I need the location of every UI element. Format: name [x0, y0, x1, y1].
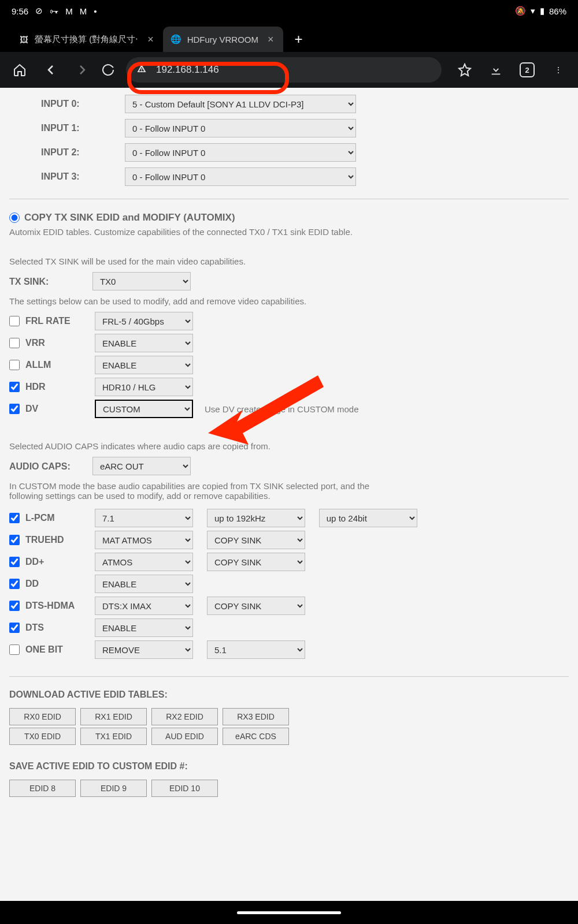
dtshdma-sel2[interactable]: COPY SINK — [207, 597, 305, 615]
aud-edid-button[interactable]: AUD EDID — [151, 728, 218, 745]
onebit-check[interactable] — [9, 644, 20, 655]
truehd-check[interactable] — [9, 535, 20, 545]
tab-1[interactable]: 🌐 HDFury VRROOM × — [163, 27, 283, 52]
tx1-edid-button[interactable]: TX1 EDID — [80, 728, 147, 745]
bookmark-button[interactable] — [451, 56, 479, 84]
audio-caps-select[interactable]: eARC OUT — [92, 457, 191, 475]
hdr-check[interactable] — [9, 382, 20, 392]
browser-toolbar: 192.168.1.146 2 ⋮ — [0, 52, 578, 88]
automix-radio[interactable] — [9, 213, 20, 223]
ddp-check[interactable] — [9, 557, 20, 567]
favicon-icon: 🖼 — [18, 34, 29, 44]
lpcm-sel3[interactable]: up to 24bit — [319, 509, 417, 527]
automix-radio-row[interactable]: COPY TX SINK EDID and MODIFY (AUTOMIX) — [9, 212, 569, 223]
download-button[interactable] — [482, 56, 510, 84]
onebit-sel2[interactable]: 5.1 — [207, 640, 305, 659]
dv-label: DV — [25, 404, 89, 414]
dtshdma-label: DTS-HDMA — [25, 601, 89, 611]
forward-button[interactable] — [68, 56, 96, 84]
automix-desc: Automix EDID tables. Customize capabilit… — [9, 227, 569, 237]
mute-icon: 🔕 — [515, 6, 526, 16]
tab-strip: 🖼 螢幕尺寸換算 (對角線尺寸‧ × 🌐 HDFury VRROOM × + — [0, 22, 578, 52]
allm-check[interactable] — [9, 360, 20, 370]
dts-sel1[interactable]: ENABLE — [95, 619, 193, 637]
home-button[interactable] — [6, 56, 34, 84]
tab-0[interactable]: 🖼 螢幕尺寸換算 (對角線尺寸‧ × — [10, 27, 163, 52]
truehd-label: TRUEHD — [25, 535, 89, 545]
input2-label: INPUT 2: — [9, 147, 125, 158]
audio-note1: Selected AUDIO CAPS indicates where audi… — [9, 441, 569, 451]
lpcm-check[interactable] — [9, 513, 20, 523]
new-tab-button[interactable]: + — [283, 27, 314, 52]
input2-select[interactable]: 0 - Follow INPUT 0 — [125, 143, 356, 162]
frl-select[interactable]: FRL-5 / 40Gbps — [95, 312, 193, 330]
dv-check[interactable] — [9, 404, 20, 414]
refresh-button[interactable] — [99, 56, 117, 84]
vrr-select[interactable]: ENABLE — [95, 334, 193, 352]
dv-select[interactable]: CUSTOM — [95, 400, 193, 418]
mod-note: The settings below can be used to modify… — [9, 296, 569, 306]
close-icon[interactable]: × — [144, 33, 157, 46]
mail-icon-2: M — [80, 6, 87, 16]
automix-title: COPY TX SINK EDID and MODIFY (AUTOMIX) — [24, 212, 235, 223]
tabs-button[interactable]: 2 — [513, 56, 541, 84]
lpcm-label: L-PCM — [25, 513, 89, 523]
back-button[interactable] — [37, 56, 65, 84]
download-title: DOWNLOAD ACTIVE EDID TABLES: — [9, 690, 168, 700]
input1-label: INPUT 1: — [9, 123, 125, 133]
clock: 9:56 — [12, 6, 28, 16]
globe-icon: 🌐 — [171, 34, 181, 44]
audio-caps-label: AUDIO CAPS: — [9, 461, 90, 472]
dd-check[interactable] — [9, 579, 20, 589]
dd-label: DD — [25, 579, 89, 589]
tab-1-title: HDFury VRROOM — [187, 35, 258, 44]
menu-button[interactable]: ⋮ — [544, 56, 572, 84]
rx3-edid-button[interactable]: RX3 EDID — [223, 708, 289, 725]
android-nav-bar — [0, 901, 578, 924]
rx2-edid-button[interactable]: RX2 EDID — [151, 708, 218, 725]
edid8-button[interactable]: EDID 8 — [9, 780, 76, 797]
tx0-edid-button[interactable]: TX0 EDID — [9, 728, 76, 745]
ddp-label: DD+ — [25, 557, 89, 567]
save-title: SAVE ACTIVE EDID TO CUSTOM EDID #: — [9, 761, 188, 772]
frl-label: FRL RATE — [25, 316, 89, 326]
dts-check[interactable] — [9, 623, 20, 633]
edid9-button[interactable]: EDID 9 — [80, 780, 147, 797]
status-bar: 9:56 ⊘ 🗝 M M • 🔕 ▾ ▮ 86% — [0, 0, 578, 22]
allm-select[interactable]: ENABLE — [95, 356, 193, 374]
input0-select[interactable]: 5 - Custom Default [SONY A1 LLDV DCI-P3] — [125, 95, 356, 113]
rx0-edid-button[interactable]: RX0 EDID — [9, 708, 76, 725]
battery-pct: 86% — [549, 6, 566, 16]
tab-0-title: 螢幕尺寸換算 (對角線尺寸‧ — [35, 34, 138, 45]
lpcm-sel1[interactable]: 7.1 — [95, 509, 193, 527]
annotation-highlight — [127, 62, 289, 94]
input1-select[interactable]: 0 - Follow INPUT 0 — [125, 119, 356, 137]
page-content: INPUT 0:5 - Custom Default [SONY A1 LLDV… — [0, 88, 578, 901]
lpcm-sel2[interactable]: up to 192kHz — [207, 509, 305, 527]
audio-note2: In CUSTOM mode the base audio capabiliti… — [9, 481, 379, 501]
onebit-sel1[interactable]: REMOVE — [95, 640, 193, 659]
dd-sel1[interactable]: ENABLE — [95, 575, 193, 593]
input0-label: INPUT 0: — [9, 99, 125, 109]
truehd-sel1[interactable]: MAT ATMOS — [95, 531, 193, 549]
tx-sink-select[interactable]: TX0 — [92, 272, 191, 290]
edid10-button[interactable]: EDID 10 — [151, 780, 218, 797]
ddp-sel1[interactable]: ATMOS — [95, 553, 193, 571]
more-notif-icon: • — [94, 6, 97, 16]
ddp-sel2[interactable]: COPY SINK — [207, 553, 305, 571]
input3-select[interactable]: 0 - Follow INPUT 0 — [125, 167, 356, 186]
earc-cds-button[interactable]: eARC CDS — [223, 728, 289, 745]
input3-label: INPUT 3: — [9, 172, 125, 182]
hdr-select[interactable]: HDR10 / HLG — [95, 378, 193, 396]
vrr-check[interactable] — [9, 338, 20, 348]
close-icon[interactable]: × — [264, 33, 277, 46]
nav-handle[interactable] — [237, 911, 341, 914]
frl-check[interactable] — [9, 316, 20, 326]
allm-label: ALLM — [25, 360, 89, 370]
hdr-label: HDR — [25, 382, 89, 392]
dtshdma-sel1[interactable]: DTS:X IMAX — [95, 597, 193, 615]
rx1-edid-button[interactable]: RX1 EDID — [80, 708, 147, 725]
dtshdma-check[interactable] — [9, 601, 20, 611]
dv-hint: Use DV creator page in CUSTOM mode — [205, 404, 359, 414]
truehd-sel2[interactable]: COPY SINK — [207, 531, 305, 549]
